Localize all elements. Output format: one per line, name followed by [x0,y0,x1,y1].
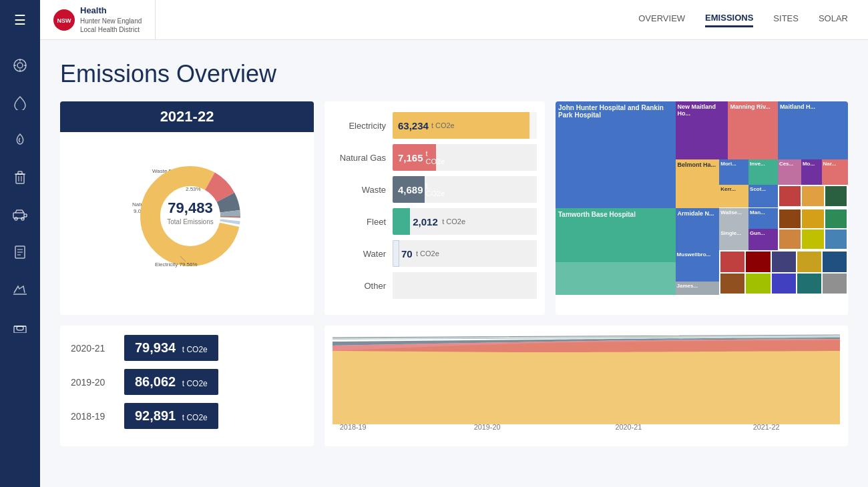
emission-row-waste: Waste 4,689 t CO2e [333,176,537,203]
emission-unit-fleet: t CO2e [442,217,465,225]
x-label-2020: 2020-21 [615,424,642,431]
emission-label-waste: Waste [333,185,386,195]
treemap-cell-single[interactable]: Single... [719,229,748,250]
emission-label-other: Other [333,281,386,291]
x-label-2018: 2018-19 [340,424,367,431]
panel-bars: Electricity 63,234 t CO2e Natural Gas 7,… [324,101,545,315]
emission-value-electricity: 63,234 [398,120,429,131]
hist-value-2020: 86,062 t CO2e [124,369,218,395]
treemap-bs2[interactable] [746,252,770,272]
treemap-cell-t4[interactable] [779,229,801,249]
treemap-cell-nar[interactable]: Nar... [822,159,848,185]
svg-text:NSW: NSW [57,17,72,24]
treemap-bs1[interactable] [720,252,744,272]
logo-area: NSW Health Hunter New EnglandLocal Healt… [40,0,156,39]
sidebar-icon-accommodation[interactable] [8,315,32,339]
treemap-bs7[interactable] [746,274,770,294]
sidebar-icon-travel[interactable] [8,278,32,302]
emission-fill-gas: 7,165 t CO2e [393,144,436,171]
emission-unit-water: t CO2e [416,250,439,258]
svg-rect-10 [18,171,22,174]
treemap-cell-t3[interactable] [825,209,847,229]
panel-donut: 2021-22 Fleet 2.53% Waste 5.9% Natural G… [60,101,314,315]
treemap-cell-maitland[interactable]: Maitland H... [778,101,848,159]
total-value: 79,483 [168,199,212,216]
treemap-cell-s3[interactable] [825,186,847,207]
x-label-2021: 2021-22 [753,424,780,431]
logo-emblem: NSW [53,9,75,31]
treemap-cell-muswellbro[interactable]: Muswellbro... [676,250,720,281]
x-label-2019: 2019-20 [474,424,501,431]
emission-unit-waste: t CO2e [426,181,445,197]
emission-bar-waste: 4,689 t CO2e [393,176,537,203]
main-content: Emissions Overview 2021-22 Fleet 2.53% W… [40,40,868,487]
treemap-cell-t5[interactable] [802,229,823,249]
nav-sites[interactable]: SITES [773,13,799,26]
treemap-cell-armidale[interactable]: Armidale N... [676,208,720,251]
sidebar-icon-gas[interactable] [8,128,32,152]
hist-row-2021: 2020-21 79,934 t CO2e [71,335,303,361]
area-electricity [333,340,840,424]
emission-label-fleet: Fleet [333,217,386,227]
sidebar-icon-water[interactable] [8,91,32,115]
treemap-bs6[interactable] [720,274,744,294]
emission-value-gas: 7,165 [398,152,423,163]
treemap-cell-mo[interactable]: Mo... [801,159,822,185]
treemap-cell-mori[interactable]: Mori... [719,159,748,185]
nav-overview[interactable]: OVERVIEW [638,13,685,26]
treemap-small-group [778,185,848,208]
emission-bar-water: 70 t CO2e [393,240,537,267]
treemap-cell-new-maitland[interactable]: New Maitland Ho... [676,101,728,159]
treemap-cell-john-hunter[interactable]: John Hunter Hospital and Rankin Park Hos… [556,101,676,208]
treemap-cell-belmont[interactable]: Belmont Ha... [676,159,720,208]
treemap-cell-tamworth[interactable]: Tamworth Base Hospital [556,208,676,262]
hist-val-2020: 86,062 [135,374,176,389]
treemap-bs9[interactable] [797,274,821,294]
treemap: John Hunter Hospital and Rankin Park Hos… [556,101,848,295]
nav-solar[interactable]: SOLAR [819,13,848,26]
treemap-cell-wallse[interactable]: Wallse... [719,208,748,229]
treemap-cell-ces[interactable]: Ces... [778,159,801,185]
treemap-bs10[interactable] [823,274,847,294]
treemap-cell-s2[interactable] [802,186,823,207]
treemap-cell-man[interactable]: Man... [748,208,778,229]
sidebar-icon-fleet[interactable] [8,203,32,227]
treemap-cell-inve[interactable]: Inve... [748,159,778,185]
treemap-bs4[interactable] [797,252,821,272]
treemap-bs5[interactable] [823,252,847,272]
treemap-cell-gun[interactable]: Gun... [748,229,778,250]
hist-unit-2019: t CO2e [182,413,208,422]
sidebar-icon-report[interactable] [8,240,32,264]
treemap-cell-bottom-left[interactable] [556,262,676,295]
treemap-cell-s1[interactable] [779,186,801,207]
treemap-cell-manning[interactable]: Manning Riv... [728,101,777,159]
treemap-cell-kerr[interactable]: Kerr... [719,185,748,208]
hamburger-icon: ☰ [14,12,26,28]
hist-unit-2020: t CO2e [182,379,208,388]
treemap-cell-scot[interactable]: Scot... [748,185,778,208]
emission-bar-gas: 7,165 t CO2e [393,144,537,171]
emission-label-gas: Natural Gas [333,153,386,163]
treemap-cell-t2[interactable] [802,209,823,229]
page-title: Emissions Overview [60,60,848,88]
emission-row-water: Water 70 t CO2e [333,240,537,267]
hamburger-button[interactable]: ☰ [0,0,40,40]
logo-text: Health Hunter New EnglandLocal Health Di… [80,5,142,34]
donut-chart: Fleet 2.53% Waste 5.9% Natural Gas 9.01% [114,143,260,276]
emission-row-other: Other [333,272,537,299]
panel-area-chart: 2018-19 2019-20 2020-21 2021-22 [324,326,848,446]
total-label: Total Emissions [167,218,213,225]
main-nav: OVERVIEW EMISSIONS SITES SOLAR [638,13,868,27]
treemap-cell-t1[interactable] [779,209,801,229]
treemap-small-group2 [778,208,848,251]
treemap-bs8[interactable] [772,274,796,294]
emission-fill-water [393,240,399,267]
sidebar-icon-waste[interactable] [8,165,32,189]
svg-rect-25 [17,326,23,330]
treemap-cell-t6[interactable] [825,229,847,249]
hist-row-2020: 2019-20 86,062 t CO2e [71,369,303,395]
treemap-bs3[interactable] [772,252,796,272]
sidebar-icon-electricity[interactable] [8,53,32,77]
nav-emissions[interactable]: EMISSIONS [705,13,753,27]
treemap-cell-james[interactable]: James... [676,282,720,295]
